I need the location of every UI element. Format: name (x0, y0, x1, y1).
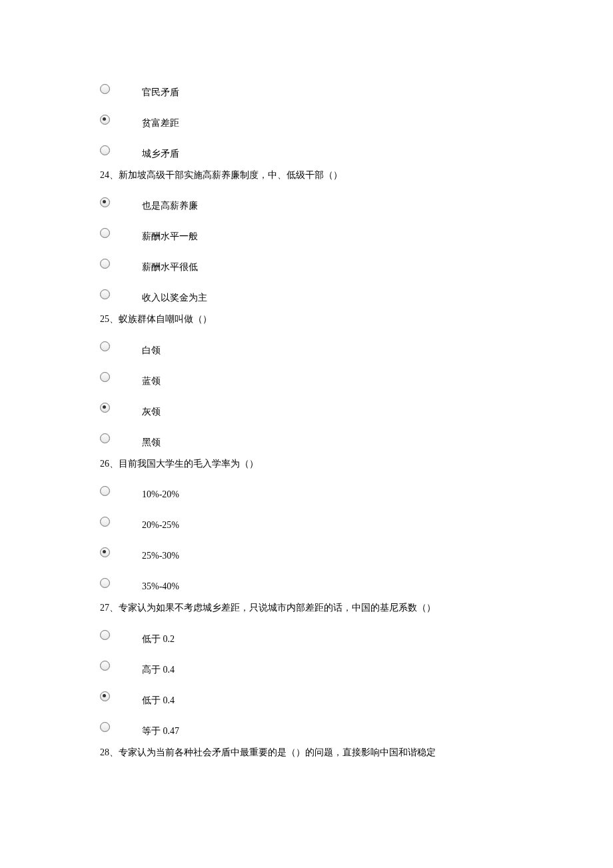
option-label: 也是高薪养廉 (110, 200, 198, 212)
option-row[interactable]: 低于 0.2 (100, 620, 513, 651)
option-label: 低于 0.4 (110, 695, 175, 707)
option-label: 高于 0.4 (110, 664, 175, 676)
radio-icon (100, 630, 110, 640)
option-row[interactable]: 薪酬水平一般 (100, 217, 513, 248)
option-row[interactable]: 等于 0.47 (100, 712, 513, 743)
option-row[interactable]: 城乡矛盾 (100, 135, 513, 165)
radio-icon (100, 661, 110, 671)
radio-icon (100, 228, 110, 238)
option-label: 蓝领 (110, 375, 161, 387)
radio-icon (100, 486, 110, 496)
document-page: 官民矛盾 贫富差距 城乡矛盾 24、新加坡高级干部实施高薪养廉制度，中、低级干部… (0, 0, 613, 817)
option-row[interactable]: 10%-20% (100, 475, 513, 506)
option-row[interactable]: 黑领 (100, 423, 513, 454)
radio-icon (100, 547, 110, 557)
option-row[interactable]: 25%-30% (100, 537, 513, 567)
question-text: 24、新加坡高级干部实施高薪养廉制度，中、低级干部（） (100, 168, 513, 183)
option-row[interactable]: 白领 (100, 331, 513, 362)
radio-icon (100, 289, 110, 299)
option-row[interactable]: 灰领 (100, 393, 513, 423)
option-row[interactable]: 也是高薪养廉 (100, 187, 513, 217)
radio-icon (100, 84, 110, 94)
question-text: 25、蚁族群体自嘲叫做（） (100, 312, 513, 327)
option-label: 官民矛盾 (110, 87, 179, 99)
radio-icon (100, 341, 110, 351)
option-row[interactable]: 收入以奖金为主 (100, 279, 513, 309)
radio-icon (100, 197, 110, 207)
radio-icon (100, 115, 110, 125)
option-label: 等于 0.47 (110, 725, 179, 737)
radio-icon (100, 517, 110, 527)
option-label: 25%-30% (110, 551, 179, 561)
question-text: 28、专家认为当前各种社会矛盾中最重要的是（）的问题，直接影响中国和谐稳定 (100, 745, 513, 760)
option-label: 35%-40% (110, 581, 179, 592)
question-text: 26、目前我国大学生的毛入学率为（） (100, 457, 513, 471)
option-label: 城乡矛盾 (110, 148, 179, 160)
option-label: 白领 (110, 345, 161, 357)
radio-icon (100, 722, 110, 732)
radio-icon (100, 145, 110, 155)
option-label: 低于 0.2 (110, 633, 175, 645)
option-label: 10%-20% (110, 489, 179, 500)
option-label: 20%-25% (110, 520, 179, 531)
option-row[interactable]: 低于 0.4 (100, 681, 513, 712)
option-label: 收入以奖金为主 (110, 292, 207, 304)
option-label: 贫富差距 (110, 117, 179, 129)
option-row[interactable]: 贫富差距 (100, 104, 513, 135)
option-row[interactable]: 蓝领 (100, 362, 513, 393)
option-row[interactable]: 35%-40% (100, 567, 513, 598)
option-label: 薪酬水平很低 (110, 261, 198, 273)
radio-icon (100, 578, 110, 588)
option-row[interactable]: 薪酬水平很低 (100, 248, 513, 279)
option-row[interactable]: 20%-25% (100, 506, 513, 537)
option-row[interactable]: 官民矛盾 (100, 73, 513, 104)
radio-icon (100, 433, 110, 443)
radio-icon (100, 259, 110, 269)
radio-icon (100, 372, 110, 382)
option-label: 薪酬水平一般 (110, 231, 198, 243)
option-label: 黑领 (110, 437, 161, 449)
question-text: 27、专家认为如果不考虑城乡差距，只说城市内部差距的话，中国的基尼系数（） (100, 601, 513, 615)
option-label: 灰领 (110, 406, 161, 418)
radio-icon (100, 403, 110, 413)
radio-icon (100, 691, 110, 701)
option-row[interactable]: 高于 0.4 (100, 651, 513, 681)
